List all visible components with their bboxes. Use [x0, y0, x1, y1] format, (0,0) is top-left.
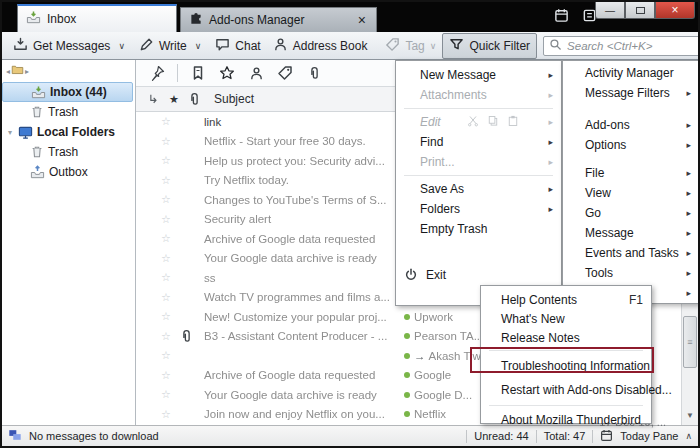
menu-item-save-as[interactable]: Save As▸: [396, 179, 561, 199]
menu-item-message[interactable]: Message▸: [563, 223, 699, 243]
menu-item-about-mozilla-thunderbird[interactable]: About Mozilla Thunderbird: [481, 409, 651, 431]
menu-item-troubleshooting-information[interactable]: Troubleshooting Information: [481, 354, 651, 378]
menu-item-add-ons[interactable]: Add-ons▸: [563, 115, 699, 135]
menu-item-view[interactable]: View▸: [563, 183, 699, 203]
menu-item-attachments[interactable]: Attachments▸: [396, 85, 561, 105]
menu-item-file[interactable]: File▸: [563, 163, 699, 183]
folder-item-local-folders[interactable]: ▾Local Folders: [2, 122, 135, 142]
star-icon[interactable]: ☆: [156, 408, 176, 421]
folder-view-forward-icon[interactable]: ▸: [25, 67, 29, 76]
menu-item-tools[interactable]: Tools▸: [563, 263, 699, 283]
menu-item-exit[interactable]: Exit: [396, 265, 561, 285]
titlebar: Inbox Add-ons Manager × — ×: [2, 2, 698, 32]
menu-item-release-notes[interactable]: Release Notes: [481, 328, 651, 347]
star-icon[interactable]: ☆: [156, 174, 176, 187]
star-icon[interactable]: ☆: [156, 232, 176, 245]
calendar-tab-button[interactable]: [550, 8, 572, 27]
menu-item-label: Attachments: [420, 88, 487, 102]
today-pane-button[interactable]: Today Pane: [620, 430, 678, 442]
star-icon[interactable]: ☆: [156, 330, 176, 343]
chat-button[interactable]: Chat: [209, 34, 266, 58]
get-messages-label: Get Messages: [33, 39, 110, 53]
submenu-arrow-icon: ▸: [686, 168, 691, 178]
search-icon: [549, 38, 562, 54]
star-icon[interactable]: ☆: [156, 388, 176, 401]
menu-separator: [404, 108, 553, 109]
submenu-arrow-icon: ▸: [548, 137, 553, 147]
message-subject: Archive of Google data requested: [204, 233, 400, 245]
minimize-button[interactable]: —: [595, 2, 625, 19]
menu-item-options[interactable]: Options▸: [563, 135, 699, 155]
menu-item-print[interactable]: Print...▸: [396, 152, 561, 172]
address-book-button[interactable]: Address Book: [267, 34, 374, 58]
star-icon[interactable]: ☆: [156, 310, 176, 323]
menu-item-activity-manager[interactable]: Activity Manager: [563, 63, 699, 83]
star-icon[interactable]: ☆: [156, 193, 176, 206]
menu-item-edit[interactable]: Edit▸: [396, 112, 561, 132]
close-button[interactable]: ×: [655, 2, 695, 19]
quick-filter-button[interactable]: Quick Filter: [442, 33, 537, 59]
tag-button[interactable]: Tag ∨: [379, 34, 442, 58]
scrollbar-thumb[interactable]: ≡: [683, 316, 697, 368]
menu-item-what-s-new[interactable]: What's New: [481, 309, 651, 328]
menu-item-restart-with-add-ons-disabled[interactable]: Restart with Add-ons Disabled...: [481, 378, 651, 402]
star-icon[interactable]: ☆: [156, 349, 176, 362]
folder-view-back-icon[interactable]: ◂: [6, 67, 10, 76]
folder-expander[interactable]: ▾: [6, 128, 14, 137]
menu-item-folders[interactable]: Folders▸: [396, 199, 561, 219]
folder-item-outbox[interactable]: Outbox: [2, 162, 135, 182]
star-icon[interactable]: ☆: [156, 213, 176, 226]
offline-status-icon[interactable]: [8, 428, 22, 444]
get-messages-dropmarker[interactable]: ∨: [116, 38, 127, 54]
unread-count: Unread: 44: [474, 430, 528, 442]
submenu-arrow-icon: ▸: [686, 140, 691, 150]
filter-unread-icon[interactable]: [189, 64, 207, 82]
scrollbar-down-arrow[interactable]: ▼: [682, 408, 698, 423]
filter-contact-icon[interactable]: [247, 64, 265, 82]
get-messages-button[interactable]: Get Messages: [7, 34, 116, 58]
folder-item-trash[interactable]: Trash: [2, 102, 135, 122]
menu-item-empty-trash[interactable]: Empty Trash: [396, 219, 561, 239]
folder-pane-header[interactable]: ◂ ▸: [2, 60, 135, 82]
write-dropmarker[interactable]: ∨: [193, 38, 204, 54]
menu-item-go[interactable]: Go▸: [563, 203, 699, 223]
menu-item-new-message[interactable]: New Message▸: [396, 65, 561, 85]
search-box: [543, 36, 700, 56]
star-icon[interactable]: ☆: [156, 291, 176, 304]
search-input[interactable]: [567, 40, 697, 52]
star-icon[interactable]: ☆: [156, 252, 176, 265]
star-icon[interactable]: ☆: [156, 369, 176, 382]
menu-item-label: Message Filters: [585, 86, 670, 100]
folder-pane: ◂ ▸ Inbox (44)Trash▾Local FoldersTrashOu…: [2, 60, 136, 425]
folder-label: Trash: [48, 145, 78, 159]
folder-view-icon[interactable]: [11, 63, 24, 79]
tab-close-icon[interactable]: ×: [356, 13, 368, 27]
filter-tags-icon[interactable]: [276, 64, 294, 82]
star-icon[interactable]: ☆: [156, 115, 176, 128]
subject-column-header[interactable]: Subject: [214, 92, 254, 106]
tab-inbox[interactable]: Inbox: [17, 4, 177, 32]
filter-starred-icon[interactable]: [218, 64, 236, 82]
chevron-up-icon[interactable]: ∧: [685, 431, 692, 441]
menu-item-label: Message: [585, 226, 634, 240]
maximize-button[interactable]: [625, 2, 655, 19]
thread-column-icon[interactable]: [144, 93, 164, 106]
menu-shortcut: F1: [629, 293, 643, 307]
menu-item-events-and-tasks[interactable]: Events and Tasks▸: [563, 243, 699, 263]
tab-addons-manager[interactable]: Add-ons Manager ×: [180, 7, 377, 32]
star-icon[interactable]: ☆: [156, 271, 176, 284]
menu-item-find[interactable]: Find▸: [396, 132, 561, 152]
star-icon[interactable]: ☆: [156, 154, 176, 167]
calendar-icon: [554, 8, 569, 27]
menu-item-message-filters[interactable]: Message Filters▸: [563, 83, 699, 103]
sticky-pin-icon[interactable]: [148, 64, 166, 82]
menu-item-label: Release Notes: [501, 331, 580, 345]
folder-item-inbox[interactable]: Inbox (44): [2, 82, 133, 102]
attachment-column-icon[interactable]: [184, 92, 204, 107]
write-button[interactable]: Write: [133, 34, 193, 58]
star-column-icon[interactable]: ★: [164, 93, 184, 106]
star-icon[interactable]: ☆: [156, 135, 176, 148]
menu-item-help-contents[interactable]: Help ContentsF1: [481, 290, 651, 309]
folder-item-trash[interactable]: Trash: [2, 142, 135, 162]
filter-attachment-icon[interactable]: [305, 64, 323, 82]
